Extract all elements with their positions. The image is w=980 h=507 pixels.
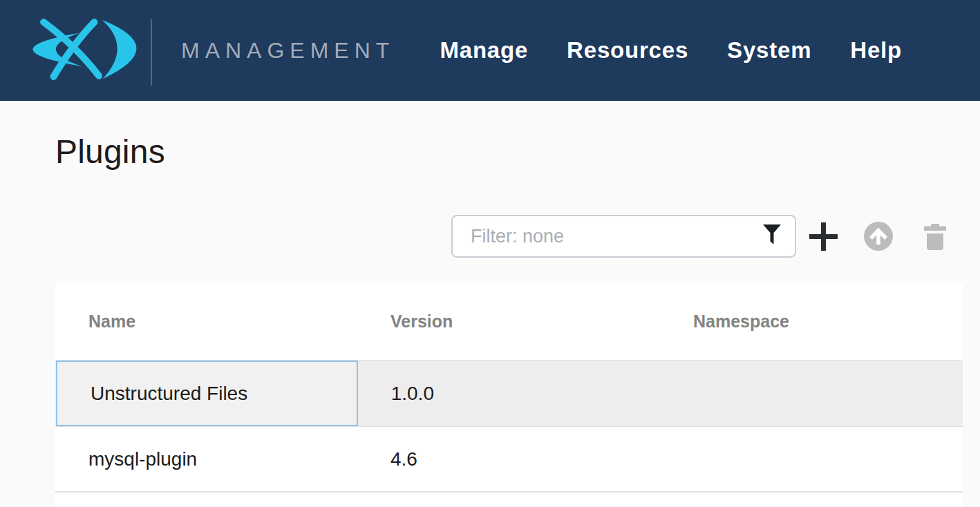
column-header-namespace[interactable]: Namespace [660,312,963,332]
nav-item-manage[interactable]: Manage [440,37,528,64]
nav-item-help[interactable]: Help [850,37,902,64]
plus-icon [809,242,838,253]
nav-item-system[interactable]: System [727,37,811,64]
add-plugin-button[interactable] [809,222,838,251]
nav-item-resources[interactable]: Resources [567,37,688,64]
upload-arrow-icon [864,242,893,253]
cell-name[interactable]: mysql-plugin [55,427,357,491]
column-header-name[interactable]: Name [55,312,357,332]
page-title: Plugins [55,133,165,171]
delete-plugin-button[interactable] [923,224,947,250]
brand-divider [151,19,152,86]
filter-field [451,215,796,258]
cell-name[interactable]: Unstructured Files [56,361,358,426]
trash-icon [923,242,947,252]
cell-version[interactable]: 1.0.0 [358,361,661,426]
table-row-unstructured-files[interactable]: Unstructured Files 1.0.0 [55,360,963,427]
brand-label: MANAGEMENT [181,0,395,101]
table-row-mysql-plugin[interactable]: mysql-plugin 4.6 [55,427,963,492]
table-header-row: Name Version Namespace [55,283,963,360]
app-header: MANAGEMENT Manage Resources System Help [0,0,980,101]
delphix-logo-icon [21,15,142,84]
cell-version[interactable]: 4.6 [357,427,660,491]
funnel-icon[interactable] [763,224,781,248]
filter-input[interactable] [451,215,796,258]
upload-plugin-button[interactable] [864,222,893,251]
main-nav: Manage Resources System Help [440,0,902,101]
column-header-version[interactable]: Version [357,312,660,332]
cell-namespace[interactable] [660,427,963,491]
plugins-table: Name Version Namespace Unstructured File… [55,283,963,507]
cell-namespace[interactable] [660,361,963,426]
